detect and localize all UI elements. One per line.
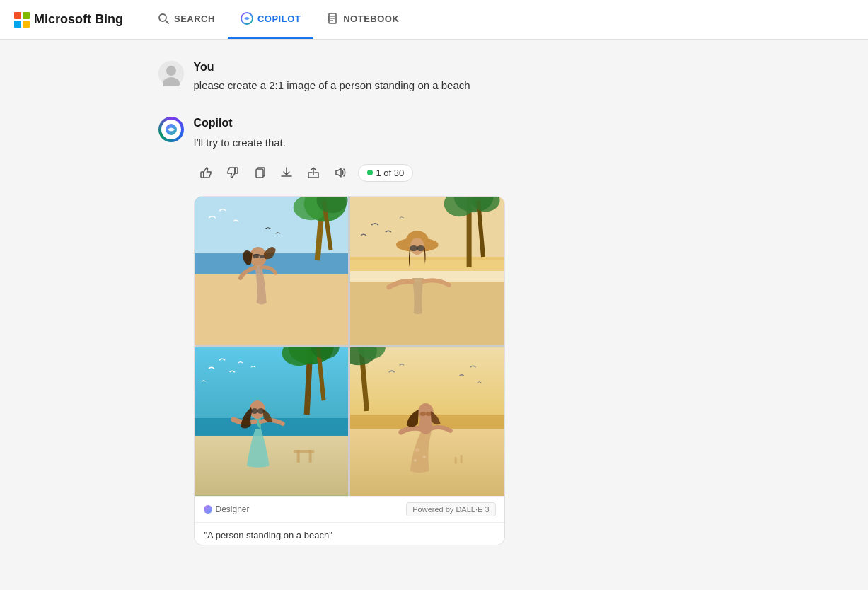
svg-point-63 <box>414 459 417 462</box>
svg-rect-54 <box>308 450 311 463</box>
header: Microsoft Bing SEARCH <box>0 0 868 40</box>
image-grid-footer: Designer Powered by DALL·E 3 <box>195 496 504 522</box>
svg-rect-29 <box>350 282 504 345</box>
svg-rect-11 <box>201 172 204 178</box>
sq-red <box>14 12 21 19</box>
share-button[interactable] <box>301 161 325 185</box>
copilot-avatar-inner <box>161 120 181 139</box>
count-text: 1 of 30 <box>376 168 405 178</box>
svg-rect-69 <box>461 455 463 463</box>
svg-rect-43 <box>195 436 349 496</box>
powered-by-badge: Powered by DALL·E 3 <box>406 502 495 516</box>
svg-rect-24 <box>253 255 258 258</box>
beach-image-2[interactable] <box>350 197 504 345</box>
svg-rect-12 <box>235 168 238 173</box>
beach-image-4[interactable] <box>350 347 504 496</box>
tab-notebook[interactable]: NOTEBOOK <box>313 0 412 39</box>
image-grid-container: Designer Powered by DALL·E 3 "A person s… <box>194 196 505 545</box>
svg-rect-28 <box>350 257 504 271</box>
search-tab-label: SEARCH <box>174 13 215 24</box>
svg-rect-25 <box>259 255 265 258</box>
svg-point-66 <box>420 412 426 416</box>
svg-rect-68 <box>455 457 457 464</box>
svg-point-51 <box>257 408 264 414</box>
svg-rect-7 <box>328 16 329 21</box>
nav-tabs: SEARCH COPILOT <box>144 0 412 39</box>
user-content: You please create a 2:1 image of a perso… <box>194 61 470 94</box>
user-message: You please create a 2:1 image of a perso… <box>158 61 710 94</box>
copilot-content: Copilot I'll try to create that. <box>194 117 710 546</box>
designer-badge: Designer <box>203 504 250 514</box>
sq-green <box>23 12 30 19</box>
svg-point-62 <box>422 455 426 458</box>
image-caption: "A person standing on a beach" <box>195 522 504 545</box>
tab-copilot[interactable]: COPILOT <box>228 0 313 39</box>
count-dot <box>367 170 373 175</box>
sq-blue <box>14 21 21 28</box>
download-button[interactable] <box>274 161 299 185</box>
thumbs-up-button[interactable] <box>194 161 218 185</box>
copilot-tab-label: COPILOT <box>257 13 301 24</box>
svg-point-9 <box>166 66 176 76</box>
svg-point-67 <box>426 412 432 416</box>
thumbs-down-button[interactable] <box>221 161 245 185</box>
main-content: You please create a 2:1 image of a perso… <box>0 40 868 590</box>
tab-search[interactable]: SEARCH <box>144 0 228 39</box>
copilot-message: Copilot I'll try to create that. <box>158 117 710 546</box>
microsoft-bing-logo[interactable]: Microsoft Bing <box>14 12 123 28</box>
designer-icon <box>203 504 213 514</box>
svg-point-70 <box>204 505 212 514</box>
user-avatar <box>158 61 184 86</box>
action-buttons: 1 of 30 <box>194 161 710 185</box>
beach-image-3[interactable] <box>195 347 349 496</box>
svg-rect-53 <box>296 450 299 463</box>
user-name: You <box>194 61 470 74</box>
volume-button[interactable] <box>328 161 352 185</box>
chat-area: You please create a 2:1 image of a perso… <box>116 40 753 590</box>
svg-rect-17 <box>195 274 349 345</box>
svg-point-50 <box>250 408 257 414</box>
logo-text: Microsoft Bing <box>34 12 123 27</box>
svg-line-1 <box>166 21 168 23</box>
copilot-response-text: I'll try to create that. <box>194 135 710 151</box>
image-grid <box>195 197 504 496</box>
microsoft-squares-icon <box>14 12 30 28</box>
designer-label: Designer <box>216 504 250 514</box>
sq-yellow <box>23 21 30 28</box>
svg-rect-13 <box>256 169 263 178</box>
notebook-icon <box>326 12 339 25</box>
svg-point-61 <box>415 448 419 452</box>
beach-image-1[interactable] <box>195 197 349 345</box>
copy-button[interactable] <box>248 161 272 185</box>
notebook-tab-label: NOTEBOOK <box>343 13 399 24</box>
copilot-icon <box>241 12 253 25</box>
search-icon <box>157 12 170 25</box>
copilot-name: Copilot <box>194 117 710 129</box>
count-badge: 1 of 30 <box>358 164 414 182</box>
user-text: please create a 2:1 image of a person st… <box>194 78 470 94</box>
copilot-avatar <box>158 117 184 142</box>
